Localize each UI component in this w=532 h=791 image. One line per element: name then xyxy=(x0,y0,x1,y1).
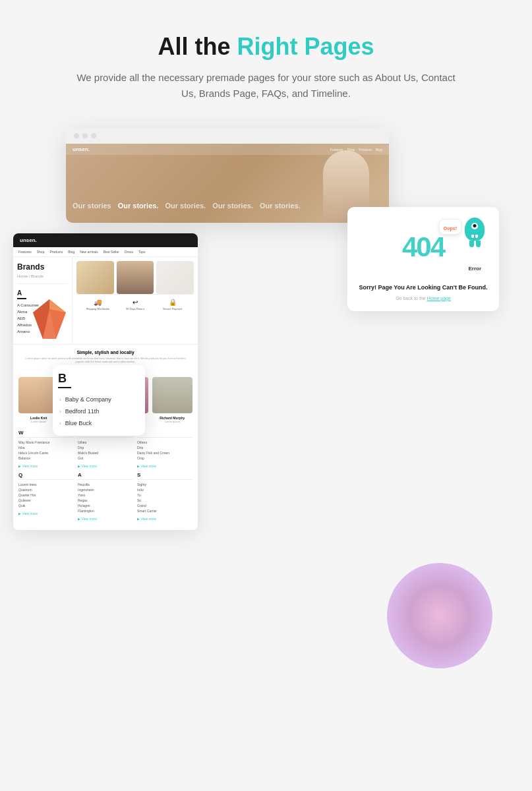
brand-a4-label: Alfredos xyxy=(17,323,32,327)
marquee-item-4: Our stories. xyxy=(212,202,253,210)
error-go-back: Go back to the Home page xyxy=(355,296,491,301)
feature-security: 🔒 Secure Payment xyxy=(155,299,190,310)
count-m[interactable]: ▶ View more xyxy=(78,463,133,469)
product-a23: Yano xyxy=(78,492,133,498)
brands-product-grid xyxy=(76,261,194,294)
count-s[interactable]: ▶ View more xyxy=(137,515,192,522)
home-link[interactable]: Home page xyxy=(427,296,451,301)
return-label: 30 Days Return xyxy=(118,307,153,310)
hero-nav-links: Features Shop Products Blog xyxy=(330,148,382,152)
title-plain: All the xyxy=(158,33,237,60)
browser-mockup: unsen. Features Shop Products Blog Our s… xyxy=(66,128,389,223)
header-section: All the Right Pages We provide all the n… xyxy=(13,33,519,102)
brand-a2-label: Akma xyxy=(17,310,27,314)
about-tagline: Simple, stylish and locally xyxy=(18,350,192,355)
product-q1: Lucent trees xyxy=(18,482,74,487)
marquee-item-5: Our stories. xyxy=(260,202,301,210)
security-icon: 🔒 xyxy=(155,299,190,306)
product-col-w: W Way Mario Freelance Ikba Idda's Lincol… xyxy=(18,430,74,469)
brands-nav-bestseller: Best Seller xyxy=(103,250,119,254)
product-w4: Balance xyxy=(18,455,74,461)
product-q5: Quik xyxy=(18,503,74,508)
letter-q: Q xyxy=(18,472,74,480)
hero-banner: unsen. Features Shop Products Blog Our s… xyxy=(66,144,389,223)
brands-letter-underline xyxy=(17,298,26,299)
monster-body xyxy=(465,218,485,241)
product-q3: Quarter Hot xyxy=(18,492,74,498)
product-a24: Regas xyxy=(78,498,133,503)
brands-title: Brands xyxy=(17,262,68,272)
nav-link-products: Products xyxy=(359,148,372,152)
oops-bubble: Oops! xyxy=(439,219,461,235)
popup-item-3[interactable]: › Blue Buck xyxy=(58,417,140,429)
browser-dot-red xyxy=(74,133,79,138)
error-monster xyxy=(465,218,485,247)
error-title: Sorry! Page You Are Looking Can't Be Fou… xyxy=(355,283,491,292)
brands-popup: B › Baby & Company › Bedford 11th › Blue… xyxy=(53,365,145,436)
product-w2: Ikba xyxy=(18,445,74,450)
monster-legs xyxy=(469,241,481,247)
product-w3: Idda's Lincoln Came xyxy=(18,450,74,455)
brands-features: 🚚 Shipping Worldwide ↩ 30 Days Return 🔒 … xyxy=(76,294,194,314)
product-col-q: Q Lucent trees Quantum Quarter Hot Qulie… xyxy=(18,472,74,522)
product-s2: Indo xyxy=(137,487,192,492)
product-s5: Grand xyxy=(137,503,192,508)
deco-crystal xyxy=(33,299,66,339)
brands-nav-products: Products xyxy=(49,250,63,254)
count-a2[interactable]: ▶ View more xyxy=(78,515,133,522)
brands-nav-features: Features xyxy=(18,250,32,254)
product-o2: Drip xyxy=(137,445,192,450)
monster-mouth xyxy=(471,235,478,238)
product-col-a2: A Hepzilla Ingersheim Yano Regas Holagen… xyxy=(78,472,133,522)
monster-pupil xyxy=(473,224,477,227)
product-m4: Got xyxy=(78,455,133,461)
product-img-person xyxy=(117,261,154,294)
count-w[interactable]: ▶ View more xyxy=(18,463,74,469)
avatar-4 xyxy=(152,377,193,413)
nav-link-blog: Blog xyxy=(376,148,382,152)
brand-a3-label: AEB xyxy=(17,316,25,320)
brands-nav-shop: Shop xyxy=(37,250,45,254)
brands-nav-dress: Dress xyxy=(125,250,133,254)
about-description: Lorem ipsum dolor sit amet at time with … xyxy=(18,357,192,363)
product-col-o: O Others Drip Daisy Fish and Crown Orsp … xyxy=(137,430,192,469)
count-q[interactable]: ▶ View more xyxy=(18,510,74,517)
page-wrapper: All the Right Pages We provide all the n… xyxy=(0,0,532,791)
popup-letter: B xyxy=(58,372,140,386)
browser-content: unsen. Features Shop Products Blog Our s… xyxy=(66,144,389,223)
product-o3: Daisy Fish and Crown xyxy=(137,450,192,455)
marquee-item-1: Our stories xyxy=(73,202,111,210)
error-illustration: 404 xyxy=(355,218,491,277)
product-m1: Utheo xyxy=(78,440,133,445)
product-q2: Quantum xyxy=(18,487,74,492)
product-a25: Holagen xyxy=(78,503,133,508)
hero-marquee: Our stories Our stories. Our stories. Ou… xyxy=(73,202,301,210)
product-s3: Yu xyxy=(137,492,192,498)
security-label: Secure Payment xyxy=(155,307,190,310)
popup-underline xyxy=(58,387,71,388)
product-o1: Others xyxy=(137,440,192,445)
brands-nav-tops: Tops xyxy=(138,250,146,254)
product-s6: Smart Carrier xyxy=(137,508,192,513)
count-o[interactable]: ▶ View more xyxy=(137,463,192,469)
brands-divider xyxy=(17,283,68,284)
popup-item-1[interactable]: › Baby & Company xyxy=(58,394,140,405)
popup-arrow-2: › xyxy=(59,409,61,415)
product-list-row-1: W Way Mario Freelance Ikba Idda's Lincol… xyxy=(18,430,192,469)
popup-arrow-3: › xyxy=(59,421,61,426)
mockups-wrapper: unsen. Features Shop Products Blog Our s… xyxy=(13,128,519,721)
title-highlight: Right Pages xyxy=(237,33,374,60)
product-a21: Hepzilla xyxy=(78,482,133,487)
error-404-number: 404 xyxy=(402,231,444,263)
brands-nav-new: New arrivals xyxy=(80,250,98,254)
feature-shipping: 🚚 Shipping Worldwide xyxy=(80,299,115,310)
browser-dot-green xyxy=(91,133,96,138)
popup-arrow-1: › xyxy=(59,397,61,403)
brands-right-panel: 🚚 Shipping Worldwide ↩ 30 Days Return 🔒 … xyxy=(73,257,198,344)
product-col-s: S Sighty Indo Yu So Grand Smart Carrier … xyxy=(137,472,192,522)
product-s1: Sighty xyxy=(137,482,192,487)
monster-leg-left xyxy=(469,241,474,247)
product-a26: Flamington xyxy=(78,508,133,513)
popup-item-2[interactable]: › Bedford 11th xyxy=(58,405,140,417)
monster-eye xyxy=(471,223,478,229)
